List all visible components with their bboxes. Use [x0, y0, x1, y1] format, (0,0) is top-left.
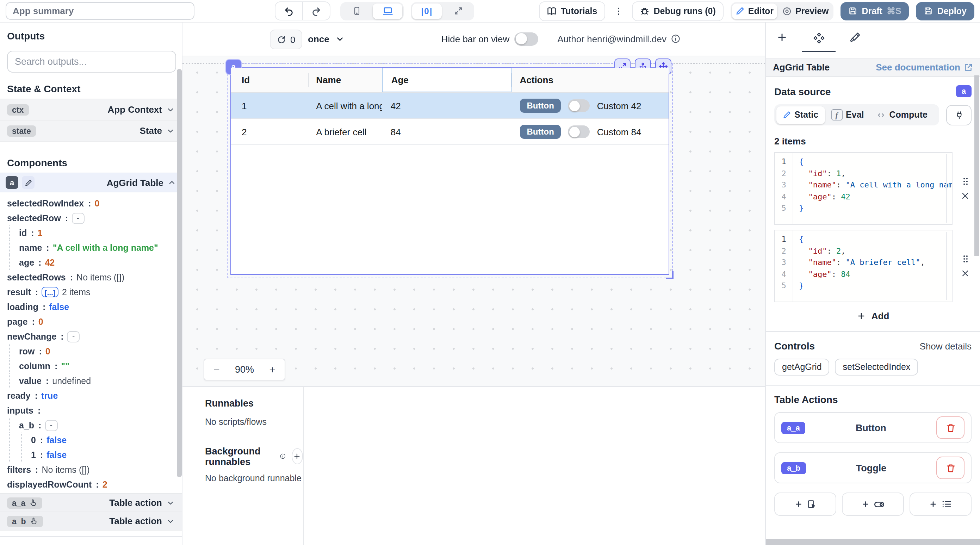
row-action-toggle[interactable]: [568, 126, 590, 138]
preview-tab[interactable]: Preview: [778, 3, 832, 19]
refresh-icon: [277, 35, 286, 44]
output-key: 1: [31, 450, 36, 460]
collapse-button[interactable]: -: [67, 331, 80, 342]
table-action-row[interactable]: a_aTable action: [0, 493, 182, 512]
preview-label: Preview: [795, 6, 829, 16]
sidebar-scrollbar[interactable]: [177, 69, 182, 477]
chevron-down-icon: [166, 105, 175, 114]
deploy-button[interactable]: Deploy: [916, 2, 974, 20]
table-row[interactable]: 1A cell with a long n...42ButtonCustom 4…: [231, 93, 668, 119]
fullscreen-button[interactable]: [443, 3, 473, 19]
drag-handle-icon[interactable]: [961, 177, 969, 186]
collapse-button[interactable]: -: [72, 212, 84, 224]
settings-body: Data source a Static f Eval: [766, 77, 980, 545]
column-header-name[interactable]: Name: [307, 68, 382, 92]
grid-guide-line: [183, 63, 765, 64]
code-line: "id": 1,: [799, 168, 952, 180]
code-line: {: [799, 234, 952, 245]
search-outputs-input[interactable]: [7, 51, 176, 73]
hide-bar-toggle[interactable]: [514, 32, 538, 45]
resize-handle[interactable]: [666, 271, 673, 279]
control-pill-getaggrid[interactable]: getAgGrid: [774, 359, 830, 376]
expand-array-button[interactable]: [...]: [41, 287, 59, 297]
output-key: page: [7, 317, 27, 327]
connect-button[interactable]: [946, 105, 972, 125]
rename-component-button[interactable]: [22, 176, 35, 189]
column-header-actions[interactable]: Actions: [511, 68, 669, 92]
app-canvas[interactable]: a IdNameAgeActions 1: [183, 56, 765, 386]
zoom-out-button[interactable]: −: [213, 363, 220, 375]
column-header-id[interactable]: Id: [231, 68, 307, 92]
controls-title: Controls: [774, 340, 815, 352]
source-eval-tab[interactable]: f Eval: [825, 106, 870, 124]
run-mode-dropdown[interactable]: once: [304, 30, 349, 48]
delete-action-button[interactable]: [936, 457, 964, 479]
collapse-button[interactable]: -: [45, 419, 57, 431]
output-row: filters:No items ([]): [7, 462, 182, 477]
refresh-button[interactable]: 0: [270, 30, 302, 49]
delete-item-icon[interactable]: [961, 192, 969, 200]
ctx-row[interactable]: ctx App Context: [0, 99, 182, 121]
state-row[interactable]: state State: [0, 121, 182, 142]
desktop-view-button[interactable]: [373, 3, 402, 19]
tab-styling[interactable]: [840, 22, 870, 52]
tab-component-settings[interactable]: [804, 22, 834, 52]
source-compute-tab[interactable]: Compute: [870, 106, 934, 124]
delete-action-button[interactable]: [936, 416, 964, 439]
component-header-row[interactable]: a AgGrid Table: [0, 173, 182, 192]
line-numbers: 12345: [775, 230, 792, 301]
add-background-runnable-button[interactable]: [291, 448, 303, 464]
action-id-badge: a_a: [781, 422, 806, 433]
add-button-action-button[interactable]: [774, 492, 836, 516]
table-row[interactable]: 2A briefer cell84ButtonCustom 84: [231, 119, 668, 145]
component-icon: [813, 31, 825, 43]
drag-handle-icon[interactable]: [961, 254, 969, 263]
plus-icon: [929, 500, 937, 508]
panel-scrollbar-horizontal[interactable]: [766, 539, 980, 545]
show-details-link[interactable]: Show details: [920, 341, 972, 351]
plus-icon: [857, 311, 866, 320]
editor-tab[interactable]: Editor: [732, 3, 777, 19]
aggrid-component[interactable]: a IdNameAgeActions 1: [231, 67, 669, 275]
row-action-toggle[interactable]: [568, 99, 590, 112]
see-documentation-link[interactable]: See documentation: [876, 62, 973, 73]
row-action-button[interactable]: Button: [520, 99, 561, 113]
debug-runs-label: Debug runs (0): [654, 6, 716, 16]
table-action-row[interactable]: a_bTable action: [0, 512, 182, 531]
tab-insert-component[interactable]: [767, 22, 797, 52]
undo-button[interactable]: [275, 2, 302, 20]
code-line: "name": "A cell with a long name",: [799, 180, 952, 191]
redo-button[interactable]: [302, 2, 330, 20]
more-menu-button[interactable]: [612, 6, 625, 16]
add-item-button[interactable]: Add: [857, 311, 889, 321]
source-static-tab[interactable]: Static: [776, 106, 825, 124]
delete-item-icon[interactable]: [961, 269, 969, 277]
panel-scrollbar-vertical[interactable]: [974, 75, 979, 256]
column-header-age[interactable]: Age: [382, 68, 511, 92]
component-type-label: AgGrid Table: [107, 177, 164, 188]
mobile-view-button[interactable]: [342, 3, 371, 19]
editor-label: Editor: [748, 6, 773, 16]
add-toggle-action-button[interactable]: [842, 492, 904, 516]
json-editor[interactable]: 12345{ "id": 1, "name": "A cell with a l…: [774, 152, 953, 225]
tutorials-button[interactable]: Tutorials: [539, 1, 605, 21]
divider: [0, 536, 182, 537]
control-pill-setselectedindex[interactable]: setSelectedIndex: [835, 359, 918, 376]
json-editor[interactable]: 12345{ "id": 2, "name": "A briefer cell"…: [774, 230, 953, 302]
cell-age: 42: [382, 100, 511, 111]
output-row: a_b:-: [7, 418, 182, 433]
background-runnables-empty: No background runnable: [205, 473, 303, 483]
hand-pointer-icon: [30, 517, 38, 525]
add-select-action-button[interactable]: [910, 492, 972, 516]
gap-view-button[interactable]: |0|: [412, 3, 442, 19]
table-action-card: a_aButton: [774, 412, 972, 443]
debug-runs-button[interactable]: Debug runs (0): [632, 1, 723, 21]
draft-button[interactable]: Draft ⌘S: [841, 2, 909, 20]
app-summary-input[interactable]: [6, 2, 194, 20]
indent-guide: [9, 373, 19, 388]
table-actions-list: a_aButtona_bToggle: [774, 412, 972, 483]
zoom-in-button[interactable]: +: [269, 363, 275, 375]
hand-pointer-icon: [29, 499, 37, 507]
line-number: 2: [775, 245, 792, 257]
row-action-button[interactable]: Button: [520, 125, 561, 139]
